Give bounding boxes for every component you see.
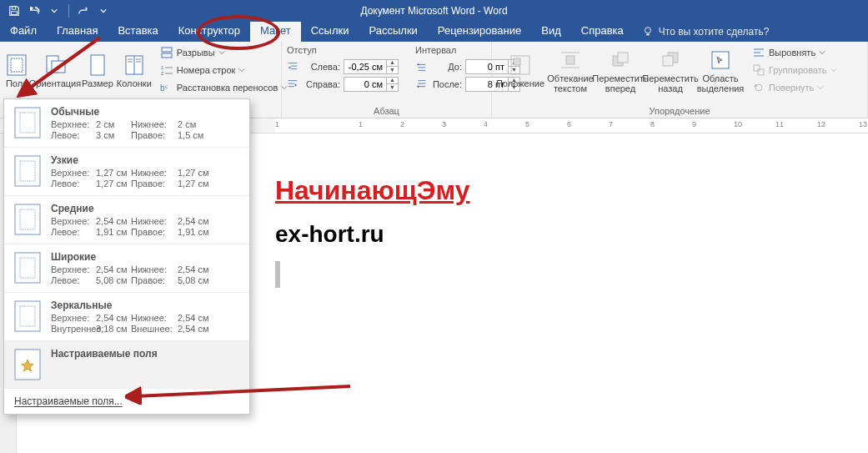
columns-button[interactable]: Колонки	[117, 52, 152, 88]
margins-preset-icon	[13, 299, 43, 333]
title-bar: Документ Microsoft Word - Word	[0, 0, 868, 22]
spacing-after-label: После:	[430, 79, 462, 89]
svg-point-2	[645, 28, 650, 33]
svg-rect-35	[566, 56, 574, 64]
spacing-after-icon	[415, 78, 427, 90]
size-button[interactable]: Размер	[82, 52, 113, 88]
undo-icon[interactable]	[27, 3, 42, 18]
tab-view[interactable]: Вид	[531, 22, 571, 42]
margins-preset-icon	[13, 348, 43, 381]
selection-pane-button[interactable]: Область выделения	[697, 47, 744, 93]
svg-rect-7	[91, 55, 104, 75]
margins-preset-icon	[13, 251, 43, 284]
indent-right-input[interactable]: ▲▼	[344, 77, 399, 92]
svg-rect-41	[663, 56, 673, 66]
indent-header: Отступ	[287, 45, 399, 55]
breaks-button[interactable]: Разрывы	[158, 45, 289, 60]
svg-rect-15	[162, 53, 172, 58]
bring-forward-button: Переместить вперед	[597, 47, 644, 93]
tab-design[interactable]: Конструктор	[168, 22, 250, 42]
window-title: Документ Microsoft Word - Word	[360, 5, 507, 17]
line-numbers-button[interactable]: 12 Номера строк	[158, 63, 289, 78]
tab-help[interactable]: Справка	[571, 22, 634, 42]
save-icon[interactable]	[7, 3, 22, 18]
position-button: Положение	[497, 52, 544, 88]
text-cursor	[275, 261, 280, 288]
indent-left-label: Слева:	[302, 62, 340, 72]
group-arrange: Положение Обтекание текстом Переместить …	[492, 42, 868, 118]
svg-rect-50	[15, 156, 40, 186]
margins-option-2[interactable]: Средние Верхнее:2,54 смНижнее:2,54 см Ле…	[4, 196, 249, 244]
svg-text:2: 2	[161, 71, 164, 76]
qat-customize-icon[interactable]	[96, 3, 111, 18]
svg-rect-52	[15, 204, 40, 234]
tell-me[interactable]: Что вы хотите сделать?	[642, 22, 770, 42]
arrange-group-label: Упорядочение	[497, 104, 862, 116]
svg-rect-54	[15, 253, 40, 283]
svg-rect-47	[758, 69, 764, 75]
indent-right-icon	[287, 78, 299, 90]
bulb-icon	[642, 26, 654, 38]
margins-preset-icon	[13, 203, 43, 236]
margins-option-1[interactable]: Узкие Верхнее:1,27 смНижнее:1,27 см Лево…	[4, 148, 249, 196]
redo-icon[interactable]	[76, 3, 91, 18]
margins-preset-icon	[13, 106, 43, 139]
svg-rect-39	[618, 53, 628, 63]
tab-file[interactable]: Файл	[0, 22, 47, 42]
svg-text:1: 1	[161, 65, 164, 70]
margins-button[interactable]: Поля	[5, 52, 28, 88]
tell-me-label: Что вы хотите сделать?	[659, 26, 770, 38]
indent-left-input[interactable]: ▲▼	[344, 59, 399, 74]
ribbon-tabs: Файл Главная Вставка Конструктор Макет С…	[0, 22, 868, 42]
margins-option-4[interactable]: Зеркальные Верхнее:2,54 смНижнее:2,54 см…	[4, 293, 249, 341]
margins-dropdown: Обычные Верхнее:2 смНижнее:2 см Левое:3 …	[3, 98, 250, 415]
document-line-1[interactable]: НачинающЭму	[275, 175, 470, 206]
tab-insert[interactable]: Вставка	[108, 22, 168, 42]
svg-rect-34	[514, 58, 520, 65]
indent-left-icon	[287, 61, 299, 73]
svg-rect-6	[52, 61, 65, 73]
orientation-button[interactable]: Ориентация	[32, 52, 78, 88]
margins-preset-icon	[13, 154, 43, 188]
tab-home[interactable]: Главная	[47, 22, 108, 42]
rotate-button: Повернуть	[750, 80, 839, 95]
indent-right-label: Справа:	[302, 79, 340, 89]
margins-option-5[interactable]: Настраиваемые поля	[4, 341, 249, 389]
svg-rect-56	[15, 301, 40, 331]
margins-option-0[interactable]: Обычные Верхнее:2 смНижнее:2 см Левое:3 …	[4, 99, 249, 148]
group-objects-button: Группировать	[750, 63, 839, 78]
document-line-2[interactable]: ex-hort.ru	[275, 221, 470, 248]
align-button[interactable]: Выровнять	[750, 45, 839, 60]
svg-text:bᶜ: bᶜ	[160, 83, 168, 93]
svg-rect-14	[162, 48, 172, 52]
hyphenation-button[interactable]: bᶜ Расстановка переносов	[158, 80, 289, 95]
paragraph-group-label: Абзац	[287, 104, 486, 116]
send-backward-button: Переместить назад	[647, 47, 694, 93]
custom-margins-link[interactable]: Настраиваемые поля...	[4, 389, 249, 414]
tab-mailings[interactable]: Рассылки	[359, 22, 427, 42]
wrap-text-button: Обтекание текстом	[547, 47, 594, 93]
chevron-down-icon[interactable]	[47, 3, 62, 18]
tab-references[interactable]: Ссылки	[301, 22, 359, 42]
svg-rect-48	[15, 108, 40, 138]
svg-rect-46	[754, 65, 760, 71]
margins-option-3[interactable]: Широкие Верхнее:2,54 смНижнее:2,54 см Ле…	[4, 244, 249, 293]
spacing-before-label: До:	[430, 62, 462, 72]
svg-rect-1	[12, 12, 18, 15]
tab-review[interactable]: Рецензирование	[428, 22, 531, 42]
tab-layout[interactable]: Макет	[250, 22, 301, 42]
group-paragraph: Отступ Слева: ▲▼ Справа: ▲▼ Интервал До:	[282, 42, 492, 118]
spacing-before-icon	[415, 61, 427, 73]
